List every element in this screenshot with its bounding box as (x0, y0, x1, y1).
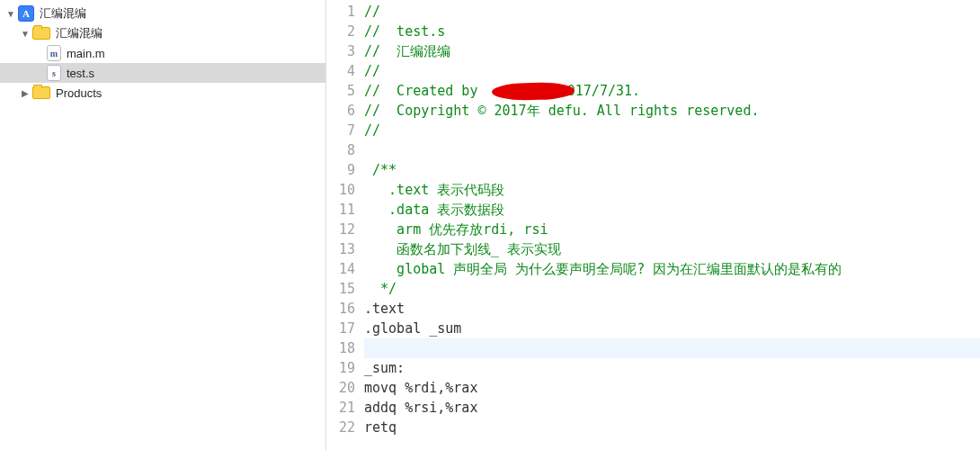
line-number: 3 (326, 41, 355, 61)
line-gutter: 12345678910111213141516171819202122 (326, 0, 364, 450)
code-text: global 声明全局 为什么要声明全局呢? 因为在汇编里面默认的是私有的 (364, 261, 842, 277)
line-number: 18 (326, 338, 355, 358)
line-number: 15 (326, 279, 355, 299)
line-number: 14 (326, 259, 355, 279)
code-text: retq (364, 419, 396, 436)
line-number: 8 (326, 140, 355, 160)
line-number: 21 (326, 398, 355, 418)
code-line[interactable] (364, 338, 980, 358)
disclosure-icon[interactable]: ▼ (20, 28, 31, 39)
disclosure-icon[interactable]: ▶ (20, 87, 31, 98)
line-number: 10 (326, 180, 355, 200)
code-line[interactable]: // 汇编混编 (364, 41, 980, 61)
xcode-project-icon: A (18, 5, 34, 22)
line-number: 20 (326, 378, 355, 398)
line-number: 2 (326, 22, 355, 41)
line-number: 4 (326, 61, 355, 81)
tree-label: test.s (67, 67, 94, 80)
code-line[interactable]: 函数名加下划线_ 表示实现 (364, 239, 980, 259)
file-navigator[interactable]: ▼A汇编混编▼汇编混编mmain.mstest.s▶Products (0, 0, 326, 450)
line-number: 9 (326, 160, 355, 180)
tree-label: 汇编混编 (56, 25, 102, 41)
tree-row--[interactable]: ▼A汇编混编 (0, 4, 325, 23)
code-text: // test.s (364, 23, 445, 40)
code-line[interactable] (364, 140, 980, 160)
code-text: // 汇编混编 (364, 43, 450, 59)
disclosure-icon[interactable]: ▼ (5, 8, 16, 19)
line-number: 13 (326, 239, 355, 259)
folder-icon (32, 86, 50, 99)
code-line[interactable]: addq %rsi,%rax (364, 398, 980, 418)
code-line[interactable]: // (364, 2, 980, 22)
code-text: // (364, 4, 380, 20)
code-line[interactable]: // test.s (364, 22, 980, 41)
line-number: 6 (326, 101, 355, 121)
line-number: 7 (326, 121, 355, 140)
code-text: .data 表示数据段 (364, 202, 504, 218)
file-icon: s (47, 65, 61, 81)
code-line[interactable]: */ (364, 279, 980, 299)
code-text: addq %rsi,%rax (364, 400, 477, 416)
code-editor[interactable]: 12345678910111213141516171819202122 ////… (326, 0, 980, 450)
line-number: 22 (326, 418, 355, 437)
code-text: .global _sum (364, 320, 461, 337)
code-line[interactable]: retq (364, 418, 980, 437)
line-number: 16 (326, 299, 355, 319)
code-text: movq %rdi,%rax (364, 380, 477, 396)
folder-icon (32, 27, 50, 40)
line-number: 17 (326, 319, 355, 338)
code-line[interactable]: .data 表示数据段 (364, 200, 980, 220)
line-number: 11 (326, 200, 355, 220)
code-line[interactable]: // (364, 61, 980, 81)
code-line[interactable]: movq %rdi,%rax (364, 378, 980, 398)
tree-row--[interactable]: ▼汇编混编 (0, 23, 325, 43)
line-number: 1 (326, 2, 355, 22)
code-line[interactable]: .text 表示代码段 (364, 180, 980, 200)
code-text: // Copyright © 2017年 defu. All rights re… (364, 103, 759, 119)
tree-row-test-s[interactable]: stest.s (0, 63, 325, 83)
tree-row-main-m[interactable]: mmain.m (0, 43, 325, 63)
code-line[interactable]: // (364, 121, 980, 140)
code-line[interactable]: // Copyright © 2017年 defu. All rights re… (364, 101, 980, 121)
tree-label: main.m (67, 47, 105, 60)
code-text: // (364, 63, 380, 79)
code-line[interactable]: /** (364, 160, 980, 180)
tree-row-products[interactable]: ▶Products (0, 83, 325, 103)
code-text: _sum: (364, 360, 405, 376)
code-text: // (364, 122, 380, 139)
line-number: 12 (326, 220, 355, 239)
code-text: /** (364, 162, 396, 178)
code-line[interactable]: .global _sum (364, 319, 980, 338)
code-line[interactable]: // Created by 2017/7/31. (364, 81, 980, 101)
code-line[interactable]: .text (364, 299, 980, 319)
code-area[interactable]: //// test.s// 汇编混编//// Created by 2017/7… (364, 0, 980, 450)
code-line[interactable]: arm 优先存放rdi, rsi (364, 220, 980, 239)
code-text: .text (364, 301, 405, 317)
tree-label: 汇编混编 (40, 5, 86, 22)
code-text: */ (364, 281, 396, 297)
code-text: 函数名加下划线_ 表示实现 (364, 241, 561, 257)
code-line[interactable]: global 声明全局 为什么要声明全局呢? 因为在汇编里面默认的是私有的 (364, 259, 980, 279)
tree-label: Products (56, 86, 102, 100)
line-number: 19 (326, 358, 355, 378)
code-text: .text 表示代码段 (364, 182, 504, 198)
code-text: arm 优先存放rdi, rsi (364, 221, 548, 238)
line-number: 5 (326, 81, 355, 101)
code-line[interactable]: _sum: (364, 358, 980, 378)
file-icon: m (47, 45, 61, 61)
